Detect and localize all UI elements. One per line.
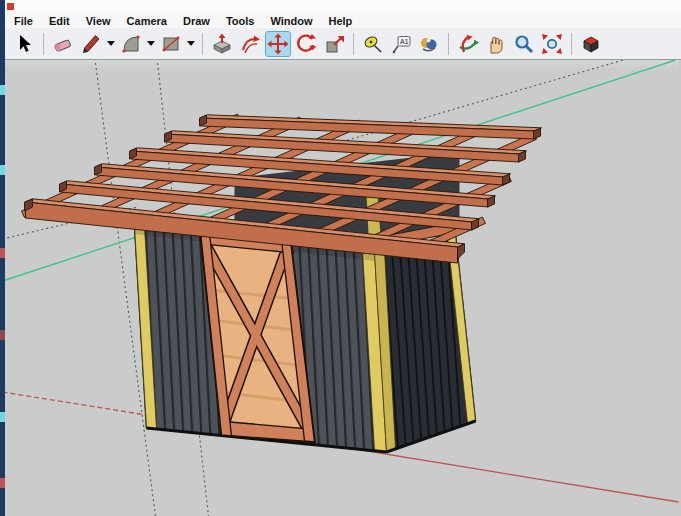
rotate-icon <box>295 33 317 55</box>
model-scene <box>0 60 681 516</box>
tool-bar: A1 <box>0 28 681 60</box>
paint-bucket-icon <box>418 33 440 55</box>
toolbar-separator <box>202 33 203 55</box>
eraser-tool-button[interactable] <box>51 32 75 56</box>
move-tool-button[interactable] <box>266 32 290 56</box>
edge-mark <box>0 165 5 175</box>
edge-mark <box>0 412 5 422</box>
title-bar <box>0 0 681 15</box>
scan-edge-strip <box>0 0 5 516</box>
sketchup-window: File Edit View Camera Draw Tools Window … <box>0 0 681 516</box>
select-tool-button[interactable] <box>12 32 36 56</box>
toolbar-separator <box>571 33 572 55</box>
edge-mark <box>0 85 5 95</box>
text-tool-button[interactable]: A1 <box>389 32 413 56</box>
edge-mark <box>0 248 5 258</box>
scale-tool-button[interactable] <box>322 32 346 56</box>
zoom-extents-icon <box>541 33 563 55</box>
text-icon: A1 <box>390 33 412 55</box>
line-tool-button[interactable] <box>79 32 103 56</box>
push-pull-icon <box>211 33 233 55</box>
move-icon <box>267 33 289 55</box>
zoom-tool-button[interactable] <box>512 32 536 56</box>
toolbar-separator <box>43 33 44 55</box>
orbit-icon <box>457 33 479 55</box>
tape-measure-tool-button[interactable] <box>361 32 385 56</box>
menu-view[interactable]: View <box>78 14 119 28</box>
follow-me-icon <box>239 33 261 55</box>
select-arrow-icon <box>13 33 35 55</box>
horizon-band <box>3 60 679 70</box>
rectangle-tool-dropdown[interactable] <box>186 32 196 56</box>
toolbar-separator <box>353 33 354 55</box>
chevron-down-icon <box>107 41 115 46</box>
app-logo-icon <box>7 3 14 10</box>
push-pull-tool-button[interactable] <box>210 32 234 56</box>
arc-icon <box>120 33 142 55</box>
toolbar-separator <box>448 33 449 55</box>
menu-help[interactable]: Help <box>320 14 360 28</box>
chevron-down-icon <box>147 41 155 46</box>
arc-tool-button[interactable] <box>119 32 143 56</box>
eraser-icon <box>52 33 74 55</box>
pencil-icon <box>80 33 102 55</box>
text-tool-glyph: A1 <box>400 38 409 45</box>
menu-draw[interactable]: Draw <box>175 14 218 28</box>
menu-file[interactable]: File <box>6 14 41 28</box>
rotate-tool-button[interactable] <box>294 32 318 56</box>
viewport-3d[interactable] <box>0 60 681 516</box>
arc-tool-dropdown[interactable] <box>146 32 156 56</box>
menu-window[interactable]: Window <box>262 14 320 28</box>
orbit-tool-button[interactable] <box>456 32 480 56</box>
warehouse-cube-icon <box>580 33 602 55</box>
edge-mark <box>0 478 5 488</box>
rectangle-icon <box>160 33 182 55</box>
tape-measure-icon <box>362 33 384 55</box>
chevron-down-icon <box>187 41 195 46</box>
line-tool-dropdown[interactable] <box>106 32 116 56</box>
menu-edit[interactable]: Edit <box>41 14 78 28</box>
edge-mark <box>0 330 5 340</box>
zoom-extents-tool-button[interactable] <box>540 32 564 56</box>
menu-camera[interactable]: Camera <box>119 14 175 28</box>
scale-icon <box>323 33 345 55</box>
follow-me-tool-button[interactable] <box>238 32 262 56</box>
warehouse-tool-button[interactable] <box>579 32 603 56</box>
pan-hand-icon <box>485 33 507 55</box>
menu-bar: File Edit View Camera Draw Tools Window … <box>0 14 681 28</box>
paint-bucket-tool-button[interactable] <box>417 32 441 56</box>
pan-tool-button[interactable] <box>484 32 508 56</box>
zoom-magnifier-icon <box>513 33 535 55</box>
menu-tools[interactable]: Tools <box>218 14 263 28</box>
rectangle-tool-button[interactable] <box>159 32 183 56</box>
